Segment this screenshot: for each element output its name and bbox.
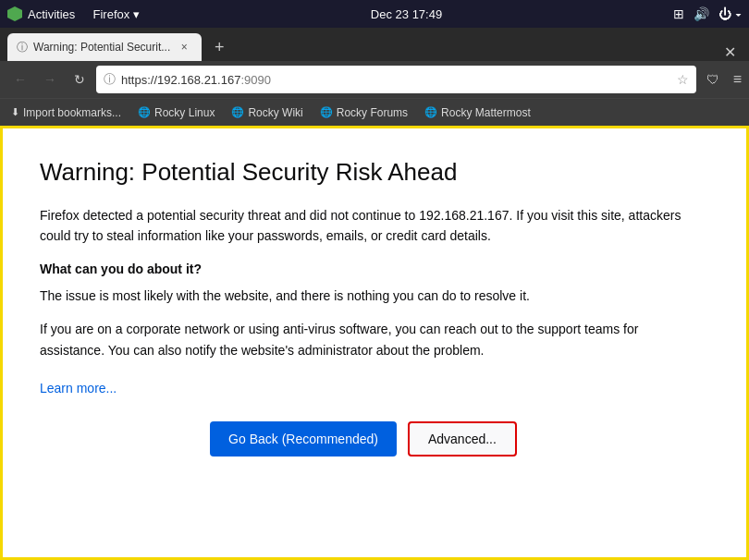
system-bar: Activities Firefox ▾ Dec 23 17:49 ⊞ 🔊 ⏻ … xyxy=(0,0,749,28)
bookmark-rocky-mattermost-icon: 🌐 xyxy=(424,106,437,118)
warning-page: Warning: Potential Security Risk Ahead F… xyxy=(3,128,724,492)
power-icon[interactable]: ⏻ ▾ xyxy=(718,6,742,21)
bookmark-import-label: Import bookmarks... xyxy=(23,106,121,119)
url-protocol: https:// xyxy=(121,73,157,87)
active-tab[interactable]: ⓘ Warning: Potential Securit... × xyxy=(7,33,202,61)
shield-button[interactable]: 🛡 xyxy=(700,67,726,92)
bookmark-import[interactable]: ⬇ Import bookmarks... xyxy=(4,103,129,122)
learn-more-link[interactable]: Learn more... xyxy=(40,381,117,396)
bookmark-rocky-mattermost-label: Rocky Mattermost xyxy=(441,106,531,119)
window-close-button[interactable]: ✕ xyxy=(718,43,742,61)
warning-subheading: What can you do about it? xyxy=(40,262,687,276)
address-bar: ← → ↻ ⓘ https://192.168.21.167:9090 ☆ 🛡 … xyxy=(0,61,749,98)
bookmarks-bar: ⬇ Import bookmarks... 🌐 Rocky Linux 🌐 Ro… xyxy=(0,98,749,126)
bookmark-rocky-linux-icon: 🌐 xyxy=(138,106,151,118)
activities-label[interactable]: Activities xyxy=(28,7,75,21)
bookmark-rocky-forums[interactable]: 🌐 Rocky Forums xyxy=(313,103,415,122)
bookmark-rocky-linux[interactable]: 🌐 Rocky Linux xyxy=(130,103,222,122)
forward-button[interactable]: → xyxy=(37,67,63,92)
url-lock-icon: ⓘ xyxy=(104,71,116,88)
warning-body-2: The issue is most likely with the websit… xyxy=(40,286,687,306)
url-host: 192.168.21.167 xyxy=(157,73,240,87)
bookmark-rocky-wiki-icon: 🌐 xyxy=(231,106,244,118)
bookmark-rocky-wiki[interactable]: 🌐 Rocky Wiki xyxy=(224,103,310,122)
url-bar[interactable]: ⓘ https://192.168.21.167:9090 ☆ xyxy=(96,66,696,93)
warning-body-3: If you are on a corporate network or usi… xyxy=(40,319,687,360)
browser-label[interactable]: Firefox ▾ xyxy=(93,7,140,21)
system-bar-right: ⊞ 🔊 ⏻ ▾ xyxy=(673,6,742,21)
button-row: Go Back (Recommended) Advanced... xyxy=(40,421,687,457)
url-port: :9090 xyxy=(240,73,271,87)
bookmark-star-icon[interactable]: ☆ xyxy=(677,72,689,87)
back-button[interactable]: ← xyxy=(7,67,33,92)
bookmark-import-icon: ⬇ xyxy=(11,106,19,118)
network-icon: ⊞ xyxy=(673,6,684,21)
warning-title: Warning: Potential Security Risk Ahead xyxy=(40,158,687,187)
tab-warning-icon: ⓘ xyxy=(17,40,28,55)
bookmark-rocky-mattermost[interactable]: 🌐 Rocky Mattermost xyxy=(417,103,538,122)
advanced-button[interactable]: Advanced... xyxy=(408,421,517,457)
menu-button[interactable]: ≡ xyxy=(733,71,742,88)
system-bar-datetime: Dec 23 17:49 xyxy=(140,7,673,21)
volume-icon: 🔊 xyxy=(694,6,709,21)
bookmark-rocky-linux-label: Rocky Linux xyxy=(154,106,215,119)
activities-icon xyxy=(7,6,22,21)
new-tab-button[interactable]: + xyxy=(205,33,233,61)
tab-bar: ⓘ Warning: Potential Securit... × + ✕ xyxy=(0,28,749,61)
bookmark-rocky-wiki-label: Rocky Wiki xyxy=(248,106,302,119)
bookmark-rocky-forums-icon: 🌐 xyxy=(320,106,333,118)
browser-chrome: ⓘ Warning: Potential Securit... × + ✕ ← … xyxy=(0,28,749,126)
url-text: https://192.168.21.167:9090 xyxy=(121,73,668,87)
tab-title: Warning: Potential Securit... xyxy=(33,41,170,54)
warning-body-1: Firefox detected a potential security th… xyxy=(40,205,687,247)
bookmark-rocky-forums-label: Rocky Forums xyxy=(337,106,408,119)
system-bar-left: Activities Firefox ▾ xyxy=(7,6,140,21)
content-area: Warning: Potential Security Risk Ahead F… xyxy=(0,126,749,560)
reload-button[interactable]: ↻ xyxy=(67,67,92,92)
tab-close-button[interactable]: × xyxy=(176,39,192,55)
go-back-button[interactable]: Go Back (Recommended) xyxy=(210,421,397,457)
